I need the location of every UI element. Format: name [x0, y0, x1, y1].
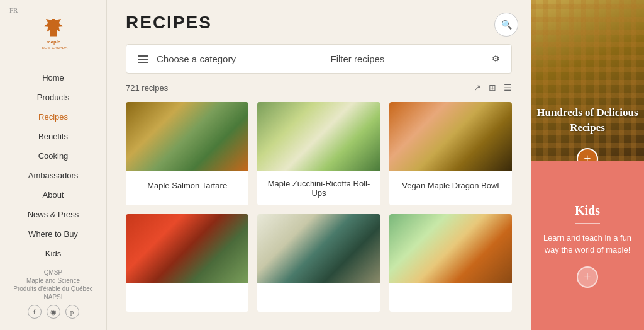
- main-content: 🔍 RECIPES Choose a category Filter recip…: [107, 0, 531, 330]
- recipe-image-6: [389, 214, 512, 283]
- recipe-title-1: Maple Salmon Tartare: [126, 171, 248, 200]
- list-view-icon[interactable]: ☰: [504, 82, 512, 93]
- recipe-card-4[interactable]: [126, 214, 248, 312]
- waffle-background: [531, 0, 644, 161]
- nav-item-home[interactable]: Home: [0, 68, 106, 88]
- right-bottom-title: Kids: [575, 203, 600, 218]
- right-bottom-divider: [575, 223, 600, 224]
- footer-link-produits[interactable]: Produits d'érable du Québec: [13, 285, 92, 292]
- sidebar: FR maple FROM CANADA Home Products Recip…: [0, 0, 107, 330]
- recipe-title-3: Vegan Maple Dragon Bowl: [389, 171, 512, 200]
- language-label[interactable]: FR: [9, 6, 18, 14]
- nav-item-ambassadors[interactable]: Ambassadors: [0, 166, 106, 185]
- share-icon[interactable]: ↗: [474, 82, 481, 93]
- search-icon: 🔍: [501, 20, 512, 30]
- nav-item-products[interactable]: Products: [0, 88, 106, 107]
- recipe-card-5[interactable]: [257, 214, 380, 312]
- right-panel: Hundreds of Delicious Recipes + Kids Lea…: [531, 0, 644, 330]
- recipe-card-2[interactable]: Maple Zucchini-Ricotta Roll-Ups: [257, 102, 380, 205]
- nav-menu: Home Products Recipes Benefits Cooking A…: [0, 68, 106, 263]
- recipe-image-3: [389, 102, 512, 171]
- recipe-image-5: [257, 214, 380, 283]
- svg-text:FROM CANADA: FROM CANADA: [39, 46, 67, 50]
- nav-item-news-press[interactable]: News & Press: [0, 205, 106, 224]
- pinterest-icon[interactable]: p: [65, 305, 79, 319]
- footer-link-napsi[interactable]: NAPSI: [43, 293, 62, 300]
- recipe-card-6[interactable]: [389, 214, 512, 312]
- search-button[interactable]: 🔍: [494, 13, 518, 37]
- right-panel-bottom: Kids Learn and teach in a fun way the wo…: [531, 161, 644, 330]
- recipe-filter[interactable]: Filter recipes ⚙: [319, 45, 512, 73]
- recipe-title-2: Maple Zucchini-Ricotta Roll-Ups: [257, 171, 380, 205]
- category-filter[interactable]: Choose a category: [126, 45, 319, 73]
- recipe-title-6: [389, 283, 512, 312]
- filter-bar: Choose a category Filter recipes ⚙: [126, 44, 512, 74]
- results-bar: 721 recipes ↗ ⊞ ☰: [126, 82, 512, 93]
- filter-recipes-label: Filter recipes: [331, 54, 385, 64]
- nav-item-recipes[interactable]: Recipes: [0, 107, 106, 127]
- logo[interactable]: maple FROM CANADA: [28, 19, 79, 59]
- instagram-icon[interactable]: ◉: [47, 305, 60, 319]
- category-placeholder: Choose a category: [157, 54, 236, 64]
- facebook-icon[interactable]: f: [28, 305, 42, 319]
- right-bottom-button[interactable]: +: [577, 266, 598, 288]
- menu-icon: [138, 55, 148, 63]
- filter-icon: ⚙: [492, 54, 500, 64]
- grid-view-icon[interactable]: ⊞: [489, 82, 496, 93]
- footer-link-maple-science[interactable]: Maple and Science: [26, 277, 80, 284]
- right-bottom-description: Learn and teach in a fun way the world o…: [541, 232, 634, 256]
- results-count: 721 recipes: [126, 83, 168, 93]
- recipe-grid: Maple Salmon Tartare Maple Zucchini-Rico…: [126, 102, 512, 312]
- results-actions: ↗ ⊞ ☰: [474, 82, 512, 93]
- sidebar-footer: QMSP Maple and Science Produits d'érable…: [0, 263, 106, 324]
- recipe-card-1[interactable]: Maple Salmon Tartare: [126, 102, 248, 205]
- recipe-image-2: [257, 102, 380, 171]
- footer-link-qmsp[interactable]: QMSP: [44, 269, 62, 276]
- page-title: RECIPES: [126, 13, 512, 33]
- nav-item-about[interactable]: About: [0, 185, 106, 205]
- recipe-image-1: [126, 102, 248, 171]
- nav-item-where-to-buy[interactable]: Where to Buy: [0, 224, 106, 244]
- social-icons: f ◉ p: [28, 305, 79, 319]
- right-panel-top: Hundreds of Delicious Recipes +: [531, 0, 644, 161]
- right-top-title: Hundreds of Delicious Recipes: [531, 105, 644, 135]
- svg-text:maple: maple: [46, 39, 60, 45]
- recipe-image-4: [126, 214, 248, 283]
- recipe-title-4: [126, 283, 248, 312]
- nav-item-kids[interactable]: Kids: [0, 244, 106, 263]
- recipe-card-3[interactable]: Vegan Maple Dragon Bowl: [389, 102, 512, 205]
- nav-item-benefits[interactable]: Benefits: [0, 127, 106, 146]
- recipe-title-5: [257, 283, 380, 312]
- nav-item-cooking[interactable]: Cooking: [0, 146, 106, 166]
